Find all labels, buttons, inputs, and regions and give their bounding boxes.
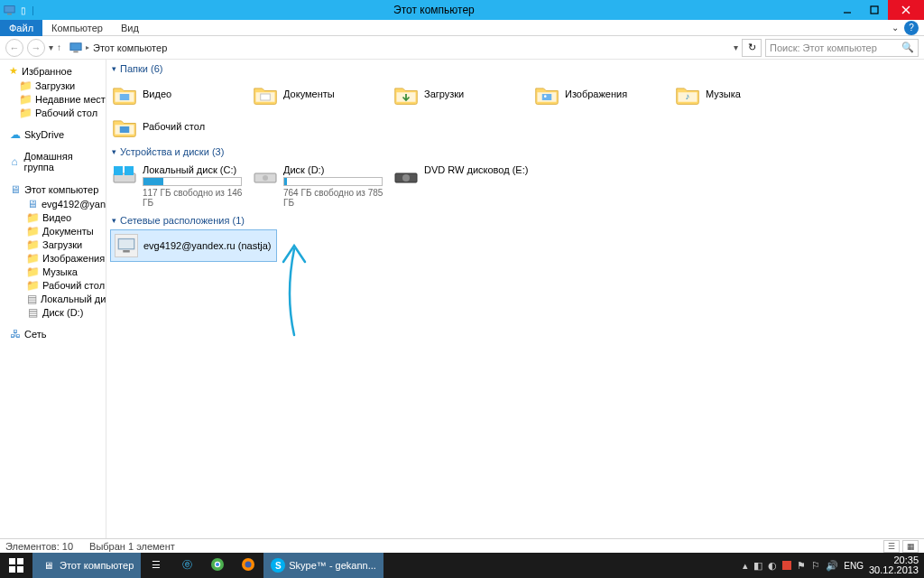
svg-rect-31 <box>17 558 23 564</box>
sidebar-favorites[interactable]: ★ Избранное <box>0 63 106 79</box>
tray-icon[interactable]: ◐ <box>768 560 777 572</box>
menu-file[interactable]: Файл <box>0 20 42 36</box>
collapse-icon: ▾ <box>112 147 116 156</box>
drive-item[interactable]: Диск (D:)764 ГБ свободно из 785 ГБ <box>251 161 392 211</box>
drive-icon <box>112 164 137 190</box>
svg-point-38 <box>245 562 252 568</box>
sidebar-item-desktop2[interactable]: 📁Рабочий стол <box>0 278 106 292</box>
folder-icon <box>112 114 137 139</box>
svg-rect-33 <box>17 566 23 573</box>
ribbon-expand-icon[interactable]: ⌄ <box>892 23 899 33</box>
section-drives-header[interactable]: ▾ Устройства и диски (3) <box>110 143 920 161</box>
menu-computer[interactable]: Компьютер <box>42 20 112 36</box>
sidebar-item-disk-d[interactable]: ▤Диск (D:) <box>0 305 106 319</box>
sidebar-item-desktop[interactable]: 📁Рабочий стол <box>0 106 106 119</box>
folder-item[interactable]: Загрузки <box>392 78 532 110</box>
sidebar-item-videos[interactable]: 📁Видео <box>0 210 106 224</box>
view-large-button[interactable]: ▦ <box>902 540 919 553</box>
chevron-right-icon[interactable]: ▸ <box>86 43 89 51</box>
folder-label: Музыка <box>706 89 741 99</box>
folder-label: Видео <box>143 89 171 99</box>
search-placeholder: Поиск: Этот компьютер <box>770 42 877 53</box>
drive-icon <box>253 164 278 190</box>
star-icon: ★ <box>9 65 18 77</box>
folder-icon <box>534 81 559 107</box>
disk-icon: ▤ <box>27 293 37 304</box>
svg-text:♪: ♪ <box>686 91 690 101</box>
sidebar-item-pictures[interactable]: 📁Изображения <box>0 251 106 265</box>
sidebar-homegroup[interactable]: ⌂Домашняя группа <box>0 149 106 174</box>
sidebar-skydrive[interactable]: ☁SkyDrive <box>0 126 106 142</box>
search-icon: 🔍 <box>901 42 914 53</box>
taskbar-skype[interactable]: S Skype™ - gekann... <box>263 553 383 578</box>
taskbar-chrome[interactable] <box>202 553 233 578</box>
tray-volume-icon[interactable]: 🔊 <box>826 560 838 572</box>
folder-item[interactable]: Рабочий стол <box>110 110 251 143</box>
taskbar-ie[interactable]: ⓔ <box>171 553 202 578</box>
sidebar-network[interactable]: 🖧Сеть <box>0 326 106 341</box>
svg-rect-6 <box>70 42 81 50</box>
taskbar-firefox[interactable] <box>233 553 263 578</box>
folder-item[interactable]: ♪Музыка <box>673 78 814 110</box>
svg-rect-28 <box>118 239 134 249</box>
nav-history-dropdown[interactable]: ▾ <box>49 42 53 52</box>
folder-item[interactable]: Документы <box>251 78 392 110</box>
nav-forward-button[interactable]: → <box>27 39 45 57</box>
folder-item[interactable]: Изображения <box>532 78 673 110</box>
svg-rect-30 <box>9 558 15 564</box>
tray-clock[interactable]: 20:35 30.12.2013 <box>869 555 919 575</box>
maximize-button[interactable] <box>861 0 888 20</box>
app-icon: ☰ <box>148 556 164 573</box>
folder-icon: 📁 <box>27 266 39 277</box>
folder-icon: 📁 <box>27 252 39 264</box>
sidebar-item-downloads[interactable]: 📁Загрузки <box>0 79 106 92</box>
view-details-button[interactable]: ☰ <box>883 540 900 553</box>
help-button[interactable]: ? <box>904 21 919 35</box>
chrome-icon <box>209 556 226 573</box>
search-input[interactable]: Поиск: Этот компьютер 🔍 <box>765 39 919 57</box>
minimize-button[interactable] <box>834 0 861 20</box>
sidebar-this-pc[interactable]: 🖥Этот компьютер <box>0 182 106 197</box>
disk-icon: ▤ <box>27 306 39 318</box>
network-location-icon: 🖥 <box>27 198 38 210</box>
drive-item[interactable]: DVDDVD RW дисковод (E:) <box>392 161 532 211</box>
address-bar[interactable]: ▸ Этот компьютер <box>65 41 730 55</box>
sidebar-item-recent[interactable]: 📁Недавние места <box>0 92 106 106</box>
refresh-button[interactable]: ↻ <box>742 39 762 57</box>
tray-language[interactable]: ENG <box>844 561 864 571</box>
sidebar-item-documents[interactable]: 📁Документы <box>0 224 106 238</box>
sidebar-item-disk-c[interactable]: ▤Локальный диск (C:) <box>0 292 106 305</box>
section-folders-header[interactable]: ▾ Папки (6) <box>110 60 920 78</box>
nav-back-button[interactable]: ← <box>5 39 23 57</box>
drive-free-text: 764 ГБ свободно из 785 ГБ <box>283 188 390 208</box>
tray-icon[interactable]: ⚑ <box>797 560 806 572</box>
tray-up-icon[interactable]: ▴ <box>743 560 748 572</box>
folder-item[interactable]: Видео <box>110 78 251 110</box>
close-button[interactable] <box>888 0 924 20</box>
tray-flag-icon[interactable]: ⚐ <box>811 560 820 572</box>
quick-access-icon[interactable]: ▯ <box>21 5 26 15</box>
sidebar-item-account[interactable]: 🖥evg4192@yandex.ru (na <box>0 197 106 210</box>
nav-up-button[interactable]: ↑ <box>57 42 61 52</box>
drive-item[interactable]: Локальный диск (C:)117 ГБ свободно из 14… <box>110 161 251 211</box>
status-selected-count: Выбран 1 элемент <box>89 541 175 552</box>
sidebar-item-downloads2[interactable]: 📁Загрузки <box>0 238 106 251</box>
breadcrumb-segment[interactable]: Этот компьютер <box>93 42 167 53</box>
start-button[interactable] <box>0 553 32 578</box>
tray-icon[interactable]: ◧ <box>753 560 762 572</box>
svg-rect-32 <box>9 566 15 573</box>
section-network-header[interactable]: ▾ Сетевые расположения (1) <box>110 211 920 229</box>
taskbar-explorer[interactable]: 🖥 Этот компьютер <box>32 553 141 578</box>
network-location-item[interactable]: evg4192@yandex.ru (nastja) <box>110 229 277 262</box>
firefox-icon <box>240 556 256 573</box>
tray-icon[interactable] <box>782 561 791 570</box>
menu-view[interactable]: Вид <box>112 20 148 36</box>
svg-rect-3 <box>871 6 878 14</box>
folder-icon: 📁 <box>27 238 39 250</box>
folder-icon: 📁 <box>27 279 39 291</box>
system-tray[interactable]: ▴ ◧ ◐ ⚑ ⚐ 🔊 ENG 20:35 30.12.2013 <box>743 555 924 575</box>
svg-rect-22 <box>125 166 134 175</box>
sidebar-item-music[interactable]: 📁Музыка <box>0 265 106 278</box>
taskbar-app1[interactable]: ☰ <box>141 553 171 578</box>
address-dropdown-icon[interactable]: ▾ <box>734 42 738 52</box>
